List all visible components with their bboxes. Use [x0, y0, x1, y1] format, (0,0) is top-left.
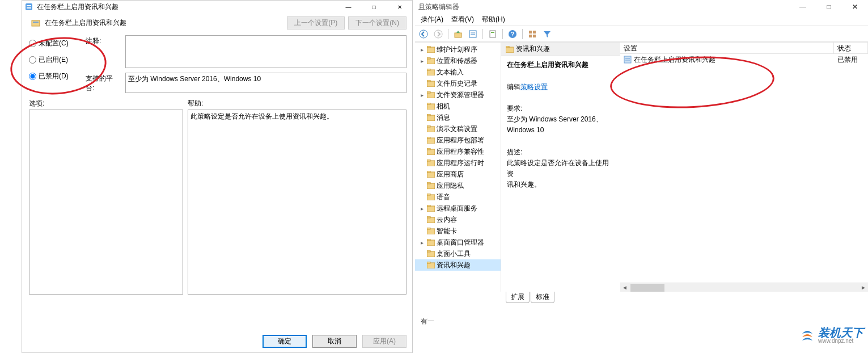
- maximize-button[interactable]: □: [361, 1, 387, 13]
- tree-item-label: 位置和传感器: [437, 56, 477, 66]
- column-state[interactable]: 状态: [834, 43, 868, 53]
- radio-enabled[interactable]: 已启用(E): [29, 55, 75, 65]
- tree-item[interactable]: 语音: [415, 191, 501, 203]
- menu-help[interactable]: 帮助(H): [480, 14, 507, 26]
- scroll-right-icon[interactable]: ►: [859, 283, 868, 292]
- toolbar-forward-icon[interactable]: [432, 28, 444, 40]
- svg-rect-4: [33, 22, 39, 23]
- prev-setting-button[interactable]: 上一个设置(P): [287, 16, 345, 30]
- menu-view[interactable]: 查看(V): [449, 14, 476, 26]
- expand-icon[interactable]: ▸: [418, 205, 425, 212]
- toolbar-help-icon[interactable]: ?: [506, 28, 519, 40]
- folder-icon: [426, 182, 435, 190]
- tree-item[interactable]: 应用程序运行时: [415, 157, 501, 169]
- folder-icon: [426, 216, 435, 224]
- tab-extended[interactable]: 扩展: [506, 292, 530, 303]
- tree-item[interactable]: 智能卡: [415, 225, 501, 237]
- apply-button[interactable]: 应用(A): [362, 335, 407, 348]
- radio-not-configured-input[interactable]: [29, 40, 36, 47]
- scroll-thumb[interactable]: [630, 284, 664, 292]
- column-headers[interactable]: 设置 状态: [620, 43, 868, 54]
- gpe-maximize-button[interactable]: □: [816, 0, 842, 14]
- ok-button[interactable]: 确定: [262, 335, 307, 348]
- detail-header: 资讯和兴趣: [516, 44, 550, 54]
- setting-row[interactable]: 在任务栏上启用资讯和兴趣已禁用: [620, 54, 868, 65]
- close-button[interactable]: ✕: [387, 1, 412, 13]
- view-tabs: 扩展 标准: [415, 292, 868, 303]
- expand-icon[interactable]: ▸: [418, 58, 425, 64]
- detail-title: 在任务栏上启用资讯和兴趣: [507, 61, 588, 69]
- expand-icon[interactable]: ▸: [418, 239, 425, 246]
- expand-icon[interactable]: ▸: [418, 47, 425, 53]
- radio-not-configured[interactable]: 未配置(C): [29, 39, 75, 48]
- horizontal-scrollbar[interactable]: ◄ ►: [620, 283, 868, 292]
- comment-textarea[interactable]: [125, 35, 407, 68]
- edit-policy-link[interactable]: 策略设置: [520, 83, 548, 91]
- svg-rect-1: [27, 5, 31, 6]
- menu-action[interactable]: 操作(A): [418, 14, 446, 26]
- tab-standard[interactable]: 标准: [531, 292, 554, 303]
- tree-item[interactable]: 桌面小工具: [415, 248, 501, 259]
- gpe-minimize-button[interactable]: —: [790, 0, 816, 14]
- scroll-left-icon[interactable]: ◄: [620, 283, 629, 292]
- svg-rect-15: [529, 31, 532, 33]
- tree-item[interactable]: 文件历史记录: [415, 78, 501, 89]
- gpe-close-button[interactable]: ✕: [842, 0, 868, 14]
- tree-item[interactable]: 文本输入: [415, 66, 501, 78]
- options-label: 选项:: [29, 99, 188, 108]
- svg-rect-46: [427, 194, 430, 195]
- svg-rect-60: [506, 46, 509, 48]
- toolbar-up-icon[interactable]: [452, 28, 464, 40]
- tree-item[interactable]: ▸维护计划程序: [415, 44, 501, 55]
- tree-item[interactable]: ▸位置和传感器: [415, 55, 501, 66]
- tree-item-label: 资讯和兴趣: [437, 260, 471, 270]
- setting-icon: [624, 56, 632, 64]
- tree-item-label: 桌面窗口管理器: [437, 238, 484, 247]
- svg-rect-38: [427, 148, 430, 150]
- svg-rect-61: [624, 56, 631, 63]
- tree-item[interactable]: ▸桌面窗口管理器: [415, 237, 501, 248]
- policy-tree[interactable]: ▸维护计划程序▸位置和传感器文本输入文件历史记录▸文件资源管理器相机消息演示文稿…: [415, 43, 501, 292]
- tree-item[interactable]: 应用程序包部署: [415, 135, 501, 146]
- gpe-titlebar[interactable]: 且策略编辑器 — □ ✕: [415, 0, 868, 14]
- radio-enabled-input[interactable]: [29, 56, 36, 64]
- cancel-button[interactable]: 取消: [312, 335, 357, 348]
- options-pane[interactable]: [29, 110, 183, 295]
- tree-item[interactable]: 消息: [415, 112, 501, 123]
- tree-item[interactable]: 应用商店: [415, 169, 501, 180]
- svg-rect-26: [427, 80, 430, 82]
- toolbar-list-icon[interactable]: [467, 28, 479, 40]
- tree-item[interactable]: 应用隐私: [415, 180, 501, 191]
- tree-item[interactable]: 相机: [415, 100, 501, 112]
- tree-item-label: 文件资源管理器: [437, 90, 484, 100]
- toolbar-back-icon[interactable]: [417, 28, 430, 40]
- setting-name: 在任务栏上启用资讯和兴趣: [634, 55, 715, 65]
- tree-item[interactable]: 演示文稿设置: [415, 123, 501, 135]
- detail-req-text1: 至少为 Windows Server 2016、: [507, 115, 603, 123]
- radio-disabled-input[interactable]: [29, 73, 36, 80]
- tree-item[interactable]: ▸远程桌面服务: [415, 203, 501, 214]
- tree-item[interactable]: 云内容: [415, 214, 501, 225]
- next-setting-button[interactable]: 下一个设置(N): [348, 16, 407, 30]
- svg-rect-30: [427, 103, 430, 104]
- watermark-url: www.dnpz.net: [818, 338, 863, 344]
- detail-desc-text2: 讯和兴趣。: [507, 180, 541, 188]
- detail-pane-left: 资讯和兴趣 在任务栏上启用资讯和兴趣 编辑策略设置 要求: 至少为 Window…: [501, 43, 620, 292]
- dialog-titlebar[interactable]: 在任务栏上启用资讯和兴趣 — □ ✕: [22, 1, 412, 13]
- folder-icon: [506, 46, 514, 53]
- minimize-button[interactable]: —: [336, 1, 361, 13]
- svg-rect-58: [427, 262, 430, 263]
- folder-icon: [426, 261, 435, 269]
- tree-item[interactable]: 应用程序兼容性: [415, 146, 501, 157]
- folder-icon: [426, 148, 435, 156]
- expand-icon[interactable]: ▸: [418, 92, 425, 98]
- toolbar-properties-icon[interactable]: [486, 28, 499, 40]
- toolbar-all-settings-icon[interactable]: [526, 28, 539, 40]
- svg-rect-20: [427, 46, 430, 48]
- column-setting[interactable]: 设置: [620, 43, 834, 53]
- tree-item[interactable]: ▸文件资源管理器: [415, 89, 501, 100]
- toolbar-filter-icon[interactable]: [541, 28, 553, 40]
- svg-point-6: [434, 30, 442, 38]
- radio-disabled[interactable]: 已禁用(D): [29, 72, 75, 81]
- tree-item[interactable]: 资讯和兴趣: [415, 259, 501, 271]
